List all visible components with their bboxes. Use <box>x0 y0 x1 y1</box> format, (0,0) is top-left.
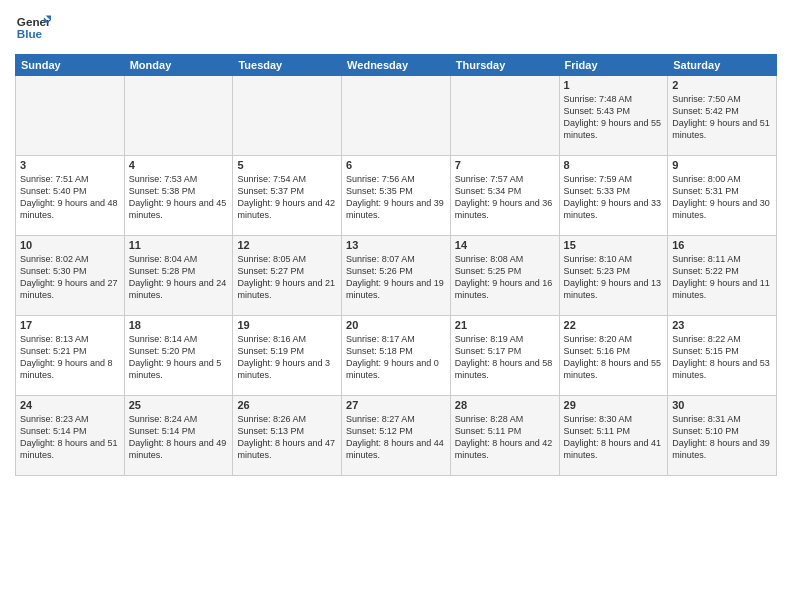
day-number: 16 <box>672 239 772 251</box>
day-info: Sunrise: 8:23 AMSunset: 5:14 PMDaylight:… <box>20 413 120 462</box>
day-number: 9 <box>672 159 772 171</box>
calendar-cell-7: 7Sunrise: 7:57 AMSunset: 5:34 PMDaylight… <box>450 156 559 236</box>
calendar-cell-2: 2Sunrise: 7:50 AMSunset: 5:42 PMDaylight… <box>668 76 777 156</box>
day-number: 2 <box>672 79 772 91</box>
calendar-cell-4: 4Sunrise: 7:53 AMSunset: 5:38 PMDaylight… <box>124 156 233 236</box>
day-info: Sunrise: 8:00 AMSunset: 5:31 PMDaylight:… <box>672 173 772 222</box>
calendar-cell-empty <box>450 76 559 156</box>
calendar-cell-28: 28Sunrise: 8:28 AMSunset: 5:11 PMDayligh… <box>450 396 559 476</box>
week-row-0: 1Sunrise: 7:48 AMSunset: 5:43 PMDaylight… <box>16 76 777 156</box>
header: General Blue <box>15 10 777 46</box>
day-number: 10 <box>20 239 120 251</box>
day-info: Sunrise: 8:22 AMSunset: 5:15 PMDaylight:… <box>672 333 772 382</box>
day-number: 8 <box>564 159 664 171</box>
day-info: Sunrise: 7:56 AMSunset: 5:35 PMDaylight:… <box>346 173 446 222</box>
day-number: 18 <box>129 319 229 331</box>
day-info: Sunrise: 8:17 AMSunset: 5:18 PMDaylight:… <box>346 333 446 382</box>
day-info: Sunrise: 8:31 AMSunset: 5:10 PMDaylight:… <box>672 413 772 462</box>
day-info: Sunrise: 8:27 AMSunset: 5:12 PMDaylight:… <box>346 413 446 462</box>
day-number: 21 <box>455 319 555 331</box>
day-info: Sunrise: 7:50 AMSunset: 5:42 PMDaylight:… <box>672 93 772 142</box>
day-info: Sunrise: 7:57 AMSunset: 5:34 PMDaylight:… <box>455 173 555 222</box>
calendar-cell-12: 12Sunrise: 8:05 AMSunset: 5:27 PMDayligh… <box>233 236 342 316</box>
calendar-cell-22: 22Sunrise: 8:20 AMSunset: 5:16 PMDayligh… <box>559 316 668 396</box>
day-info: Sunrise: 7:59 AMSunset: 5:33 PMDaylight:… <box>564 173 664 222</box>
weekday-header-tuesday: Tuesday <box>233 55 342 76</box>
day-number: 30 <box>672 399 772 411</box>
calendar-cell-15: 15Sunrise: 8:10 AMSunset: 5:23 PMDayligh… <box>559 236 668 316</box>
calendar-cell-empty <box>233 76 342 156</box>
day-number: 22 <box>564 319 664 331</box>
calendar-cell-20: 20Sunrise: 8:17 AMSunset: 5:18 PMDayligh… <box>342 316 451 396</box>
calendar-cell-3: 3Sunrise: 7:51 AMSunset: 5:40 PMDaylight… <box>16 156 125 236</box>
day-info: Sunrise: 7:54 AMSunset: 5:37 PMDaylight:… <box>237 173 337 222</box>
day-info: Sunrise: 8:14 AMSunset: 5:20 PMDaylight:… <box>129 333 229 382</box>
calendar-cell-16: 16Sunrise: 8:11 AMSunset: 5:22 PMDayligh… <box>668 236 777 316</box>
calendar-cell-14: 14Sunrise: 8:08 AMSunset: 5:25 PMDayligh… <box>450 236 559 316</box>
day-number: 11 <box>129 239 229 251</box>
calendar-cell-19: 19Sunrise: 8:16 AMSunset: 5:19 PMDayligh… <box>233 316 342 396</box>
day-number: 5 <box>237 159 337 171</box>
weekday-header-thursday: Thursday <box>450 55 559 76</box>
day-number: 6 <box>346 159 446 171</box>
calendar-cell-23: 23Sunrise: 8:22 AMSunset: 5:15 PMDayligh… <box>668 316 777 396</box>
day-number: 29 <box>564 399 664 411</box>
day-number: 28 <box>455 399 555 411</box>
day-info: Sunrise: 8:24 AMSunset: 5:14 PMDaylight:… <box>129 413 229 462</box>
day-info: Sunrise: 8:08 AMSunset: 5:25 PMDaylight:… <box>455 253 555 302</box>
calendar-cell-8: 8Sunrise: 7:59 AMSunset: 5:33 PMDaylight… <box>559 156 668 236</box>
day-info: Sunrise: 8:04 AMSunset: 5:28 PMDaylight:… <box>129 253 229 302</box>
page: General Blue SundayMondayTuesdayWednesda… <box>0 0 792 612</box>
calendar-cell-21: 21Sunrise: 8:19 AMSunset: 5:17 PMDayligh… <box>450 316 559 396</box>
day-info: Sunrise: 7:51 AMSunset: 5:40 PMDaylight:… <box>20 173 120 222</box>
calendar-cell-17: 17Sunrise: 8:13 AMSunset: 5:21 PMDayligh… <box>16 316 125 396</box>
calendar-cell-13: 13Sunrise: 8:07 AMSunset: 5:26 PMDayligh… <box>342 236 451 316</box>
svg-text:Blue: Blue <box>17 27 43 40</box>
day-info: Sunrise: 8:28 AMSunset: 5:11 PMDaylight:… <box>455 413 555 462</box>
weekday-header-wednesday: Wednesday <box>342 55 451 76</box>
day-info: Sunrise: 8:02 AMSunset: 5:30 PMDaylight:… <box>20 253 120 302</box>
week-row-2: 10Sunrise: 8:02 AMSunset: 5:30 PMDayligh… <box>16 236 777 316</box>
calendar-cell-24: 24Sunrise: 8:23 AMSunset: 5:14 PMDayligh… <box>16 396 125 476</box>
day-number: 1 <box>564 79 664 91</box>
day-info: Sunrise: 7:48 AMSunset: 5:43 PMDaylight:… <box>564 93 664 142</box>
calendar-cell-26: 26Sunrise: 8:26 AMSunset: 5:13 PMDayligh… <box>233 396 342 476</box>
day-number: 4 <box>129 159 229 171</box>
day-number: 3 <box>20 159 120 171</box>
calendar-cell-empty <box>124 76 233 156</box>
day-number: 15 <box>564 239 664 251</box>
calendar-cell-18: 18Sunrise: 8:14 AMSunset: 5:20 PMDayligh… <box>124 316 233 396</box>
weekday-header-sunday: Sunday <box>16 55 125 76</box>
day-number: 13 <box>346 239 446 251</box>
day-info: Sunrise: 8:07 AMSunset: 5:26 PMDaylight:… <box>346 253 446 302</box>
day-number: 26 <box>237 399 337 411</box>
day-number: 23 <box>672 319 772 331</box>
day-number: 7 <box>455 159 555 171</box>
day-info: Sunrise: 8:20 AMSunset: 5:16 PMDaylight:… <box>564 333 664 382</box>
day-info: Sunrise: 8:19 AMSunset: 5:17 PMDaylight:… <box>455 333 555 382</box>
day-number: 27 <box>346 399 446 411</box>
day-info: Sunrise: 8:05 AMSunset: 5:27 PMDaylight:… <box>237 253 337 302</box>
calendar-cell-6: 6Sunrise: 7:56 AMSunset: 5:35 PMDaylight… <box>342 156 451 236</box>
day-number: 25 <box>129 399 229 411</box>
calendar-cell-1: 1Sunrise: 7:48 AMSunset: 5:43 PMDaylight… <box>559 76 668 156</box>
week-row-1: 3Sunrise: 7:51 AMSunset: 5:40 PMDaylight… <box>16 156 777 236</box>
day-info: Sunrise: 8:16 AMSunset: 5:19 PMDaylight:… <box>237 333 337 382</box>
logo-icon: General Blue <box>15 10 51 46</box>
day-number: 14 <box>455 239 555 251</box>
day-number: 20 <box>346 319 446 331</box>
day-info: Sunrise: 8:26 AMSunset: 5:13 PMDaylight:… <box>237 413 337 462</box>
calendar-cell-30: 30Sunrise: 8:31 AMSunset: 5:10 PMDayligh… <box>668 396 777 476</box>
day-number: 19 <box>237 319 337 331</box>
day-info: Sunrise: 8:13 AMSunset: 5:21 PMDaylight:… <box>20 333 120 382</box>
calendar-cell-11: 11Sunrise: 8:04 AMSunset: 5:28 PMDayligh… <box>124 236 233 316</box>
day-number: 24 <box>20 399 120 411</box>
calendar-cell-25: 25Sunrise: 8:24 AMSunset: 5:14 PMDayligh… <box>124 396 233 476</box>
logo: General Blue <box>15 10 51 46</box>
calendar-cell-5: 5Sunrise: 7:54 AMSunset: 5:37 PMDaylight… <box>233 156 342 236</box>
week-row-3: 17Sunrise: 8:13 AMSunset: 5:21 PMDayligh… <box>16 316 777 396</box>
weekday-header-friday: Friday <box>559 55 668 76</box>
weekday-header-monday: Monday <box>124 55 233 76</box>
day-info: Sunrise: 8:11 AMSunset: 5:22 PMDaylight:… <box>672 253 772 302</box>
calendar-table: SundayMondayTuesdayWednesdayThursdayFrid… <box>15 54 777 476</box>
